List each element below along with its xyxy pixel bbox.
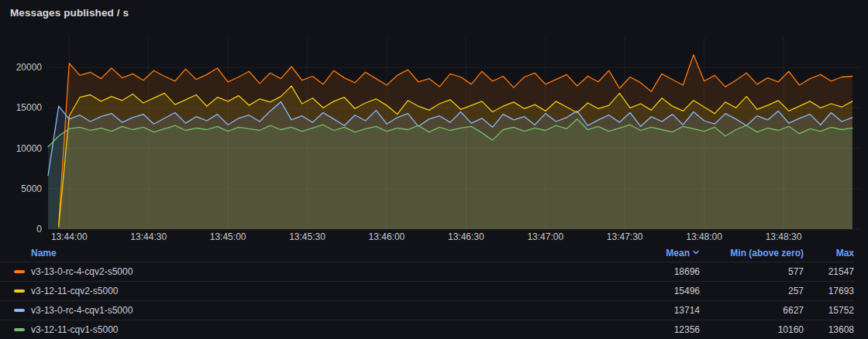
max-value: 17693 bbox=[804, 286, 854, 296]
legend-item[interactable]: v3-12-11-cqv2-s5000 bbox=[0, 286, 638, 296]
svg-text:20000: 20000 bbox=[16, 62, 43, 73]
svg-text:5000: 5000 bbox=[21, 183, 42, 194]
series-swatch bbox=[14, 328, 25, 331]
svg-text:13:48:00: 13:48:00 bbox=[686, 231, 722, 242]
series-swatch bbox=[14, 309, 25, 312]
svg-text:13:44:30: 13:44:30 bbox=[130, 231, 167, 242]
svg-text:13:45:30: 13:45:30 bbox=[289, 231, 326, 242]
sort-caret-down-icon bbox=[692, 248, 700, 259]
mean-value: 15496 bbox=[638, 286, 700, 296]
min-value: 257 bbox=[700, 286, 804, 296]
svg-text:13:44:00: 13:44:00 bbox=[51, 231, 88, 242]
max-value: 15752 bbox=[804, 305, 854, 316]
max-value: 13608 bbox=[804, 324, 854, 335]
mean-value: 12356 bbox=[638, 324, 700, 335]
svg-text:13:47:30: 13:47:30 bbox=[607, 231, 643, 242]
series-name: v3-12-11-cqv1-s5000 bbox=[31, 324, 119, 335]
legend-row-4[interactable]: v3-12-11-cqv1-s5000 12356 10160 13608 bbox=[0, 320, 854, 339]
legend-row-2[interactable]: v3-12-11-cqv2-s5000 15496 257 17693 bbox=[0, 281, 854, 300]
grafana-panel: Messages published / s 05000100001500020… bbox=[0, 0, 868, 339]
legend-col-name[interactable]: Name bbox=[0, 248, 638, 259]
panel-header: Messages published / s bbox=[0, 0, 868, 26]
svg-text:10000: 10000 bbox=[16, 143, 43, 154]
legend-item[interactable]: v3-13-0-rc-4-cqv2-s5000 bbox=[0, 266, 638, 277]
mean-value: 18696 bbox=[638, 266, 700, 277]
svg-text:0: 0 bbox=[36, 224, 42, 235]
series-swatch bbox=[14, 270, 25, 273]
svg-text:13:48:30: 13:48:30 bbox=[766, 231, 802, 242]
min-value: 10160 bbox=[700, 324, 804, 335]
max-value: 21547 bbox=[804, 266, 854, 277]
chart-svg: 0500010000150002000013:44:0013:44:3013:4… bbox=[0, 26, 868, 245]
series-name: v3-13-0-rc-4-cqv1-s5000 bbox=[31, 305, 133, 316]
legend-col-mean-label: Mean bbox=[666, 248, 690, 259]
time-series-chart[interactable]: 0500010000150002000013:44:0013:44:3013:4… bbox=[0, 26, 868, 245]
svg-text:13:45:00: 13:45:00 bbox=[210, 231, 246, 242]
svg-text:15000: 15000 bbox=[16, 102, 43, 113]
svg-text:13:46:00: 13:46:00 bbox=[369, 231, 405, 242]
legend-item[interactable]: v3-12-11-cqv1-s5000 bbox=[0, 324, 638, 335]
legend-col-mean[interactable]: Mean bbox=[638, 248, 700, 259]
series-name: v3-12-11-cqv2-s5000 bbox=[31, 286, 119, 296]
svg-text:13:46:30: 13:46:30 bbox=[448, 231, 484, 242]
min-value: 577 bbox=[700, 266, 804, 277]
series-swatch bbox=[14, 289, 25, 293]
svg-text:13:47:00: 13:47:00 bbox=[527, 231, 563, 242]
series-name: v3-13-0-rc-4-cqv2-s5000 bbox=[31, 266, 133, 277]
mean-value: 13714 bbox=[638, 305, 700, 316]
legend-item[interactable]: v3-13-0-rc-4-cqv1-s5000 bbox=[0, 305, 638, 316]
legend-header-row: Name Mean Min (above zero) Max bbox=[0, 245, 854, 262]
panel-title[interactable]: Messages published / s bbox=[10, 7, 129, 19]
legend-row-3[interactable]: v3-13-0-rc-4-cqv1-s5000 13714 6627 15752 bbox=[0, 300, 854, 320]
legend-table: Name Mean Min (above zero) Max v3-13-0-r… bbox=[0, 245, 868, 339]
legend-col-min[interactable]: Min (above zero) bbox=[700, 248, 804, 259]
legend-row-1[interactable]: v3-13-0-rc-4-cqv2-s5000 18696 577 21547 bbox=[0, 262, 854, 281]
legend-col-max[interactable]: Max bbox=[804, 248, 854, 259]
min-value: 6627 bbox=[700, 305, 804, 316]
legend-col-name-label: Name bbox=[31, 248, 57, 259]
